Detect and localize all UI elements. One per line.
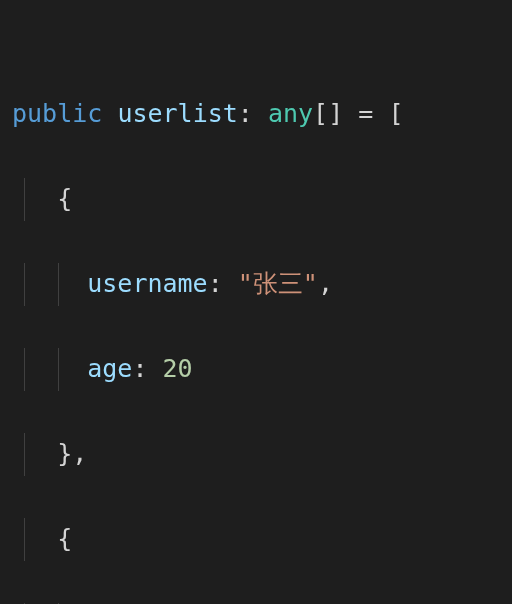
colon: : [238,99,253,128]
indent-guide [58,348,59,391]
indent-guide [24,518,25,561]
indent-guide [58,263,59,306]
code-editor[interactable]: public userlist: any[] = [ { username: "… [0,0,512,604]
equals: = [358,99,373,128]
indent-guide [24,433,25,476]
colon: : [208,269,223,298]
type-any: any [268,99,313,128]
indent-guide [24,348,25,391]
indent-guide [24,178,25,221]
code-line[interactable]: public userlist: any[] = [ [12,93,512,136]
property-username: username [87,269,207,298]
open-brace: { [57,524,72,553]
code-line[interactable]: username: "张三", [12,263,512,306]
indent-guide [24,263,25,306]
code-line[interactable]: }, [12,433,512,476]
code-line[interactable]: age: 20 [12,348,512,391]
comma: , [318,269,333,298]
close-brace: } [57,439,72,468]
array-brackets: [] [313,99,343,128]
number-user1-age: 20 [163,354,193,383]
identifier-userlist: userlist [117,99,237,128]
code-line[interactable]: { [12,178,512,221]
keyword-public: public [12,99,102,128]
open-square-bracket: [ [388,99,403,128]
string-user1-name: "张三" [238,269,318,298]
colon: : [132,354,147,383]
property-age: age [87,354,132,383]
comma: , [72,439,87,468]
open-brace: { [57,184,72,213]
code-line[interactable]: { [12,518,512,561]
